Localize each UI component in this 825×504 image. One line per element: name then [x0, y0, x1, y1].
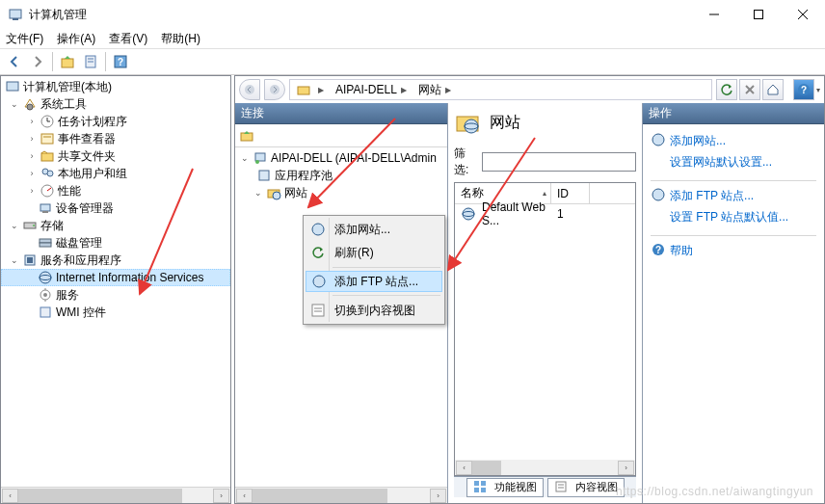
tree-performance[interactable]: ›性能 — [1, 182, 230, 199]
svg-rect-6 — [62, 59, 73, 67]
breadcrumb[interactable]: ▶ AIPAI-DELL▶ 网站▶ — [289, 79, 712, 100]
refresh-nav-button[interactable] — [716, 79, 737, 100]
svg-rect-41 — [298, 87, 309, 94]
tree-event-viewer[interactable]: ›事件查看器 — [1, 130, 230, 147]
svg-rect-0 — [10, 10, 21, 18]
tree-storage[interactable]: ⌄存储 — [1, 217, 230, 234]
list-hscrollbar[interactable]: ‹ › — [454, 460, 636, 476]
action-add-website[interactable]: 添加网站... — [651, 130, 816, 152]
conn-hscrollbar[interactable]: ‹ › — [235, 487, 447, 503]
tree-local-users[interactable]: ›本地用户和组 — [1, 165, 230, 182]
svg-text:?: ? — [655, 245, 661, 255]
sites-list[interactable]: 名称▴ ID Default Web S... 1 — [454, 182, 636, 461]
maximize-button[interactable] — [736, 0, 781, 29]
actions-header: 操作 — [643, 103, 824, 124]
svg-point-39 — [245, 85, 254, 94]
up-button[interactable] — [57, 51, 78, 72]
tree-root[interactable]: 计算机管理(本地) — [1, 78, 230, 95]
svg-rect-61 — [556, 482, 566, 491]
content-icon — [554, 480, 570, 495]
menu-action[interactable]: 操作(A) — [57, 31, 95, 47]
svg-rect-31 — [27, 257, 33, 263]
svg-point-55 — [463, 208, 474, 220]
back-button[interactable] — [4, 51, 25, 72]
tree-iis[interactable]: Internet Information Services — [1, 269, 230, 286]
actions-panel: 操作 添加网站... 设置网站默认设置... 添加 FTP 站点... 设置 F… — [643, 103, 824, 503]
tab-features-view[interactable]: 功能视图 — [466, 478, 544, 497]
ctx-refresh[interactable]: 刷新(R) — [306, 241, 442, 264]
menubar: 文件(F) 操作(A) 查看(V) 帮助(H) — [0, 29, 825, 48]
action-ftp-defaults[interactable]: 设置 FTP 站点默认值... — [651, 207, 816, 231]
svg-rect-38 — [40, 307, 50, 317]
breadcrumb-bar: ▶ AIPAI-DELL▶ 网站▶ ? ▾ — [235, 76, 824, 103]
left-tree[interactable]: 计算机管理(本地) ⌄系统工具 ›任务计划程序 ›事件查看器 ›共享文件夹 ›本… — [1, 76, 230, 487]
window-title: 计算机管理 — [29, 7, 692, 23]
svg-text:?: ? — [801, 85, 807, 95]
ctx-add-ftp-site[interactable]: 添加 FTP 站点... — [306, 271, 442, 292]
toolbar: ? — [0, 48, 825, 75]
ctx-add-website[interactable]: 添加网站... — [306, 218, 442, 241]
conn-server-node[interactable]: ⌄AIPAI-DELL (AIPAI-DELL\Admin — [235, 149, 447, 167]
help-button[interactable]: ? — [110, 51, 131, 72]
svg-rect-28 — [40, 239, 51, 243]
sites-icon — [454, 109, 481, 136]
menu-view[interactable]: 查看(V) — [109, 31, 147, 47]
tree-wmi[interactable]: WMI 控件 — [1, 304, 230, 321]
list-row[interactable]: Default Web S... 1 — [455, 204, 635, 224]
tree-services-apps[interactable]: ⌄服务和应用程序 — [1, 252, 230, 269]
tree-device-manager[interactable]: 设备管理器 — [1, 199, 230, 217]
menu-file[interactable]: 文件(F) — [6, 31, 43, 47]
svg-point-69 — [313, 276, 325, 287]
tree-disk-management[interactable]: 磁盘管理 — [1, 234, 230, 252]
globe-icon — [651, 187, 666, 202]
filter-input[interactable] — [482, 152, 636, 172]
stop-nav-button[interactable] — [739, 79, 760, 100]
help-nav-button[interactable]: ? — [793, 79, 814, 100]
folder-up-icon[interactable] — [239, 128, 254, 144]
svg-rect-3 — [755, 11, 763, 19]
minimize-button[interactable] — [692, 0, 736, 29]
svg-point-53 — [465, 119, 478, 133]
svg-rect-59 — [474, 488, 479, 492]
context-menu: 添加网站... 刷新(R) 添加 FTP 站点... 切换到内容视图 — [303, 215, 445, 325]
tree-task-scheduler[interactable]: ›任务计划程序 — [1, 113, 230, 130]
col-id[interactable]: ID — [551, 183, 590, 203]
action-add-ftp-site[interactable]: 添加 FTP 站点... — [651, 185, 816, 207]
svg-text:?: ? — [118, 57, 123, 67]
nav-back-button[interactable] — [239, 79, 260, 100]
svg-point-35 — [43, 293, 47, 297]
tab-content-view[interactable]: 内容视图 — [547, 478, 625, 497]
nav-forward-button[interactable] — [264, 79, 285, 100]
close-button[interactable] — [781, 0, 825, 29]
help-icon: ? — [651, 242, 666, 257]
svg-point-65 — [652, 189, 664, 200]
ctx-switch-view[interactable]: 切换到内容视图 — [306, 299, 442, 322]
filter-label: 筛选: — [454, 146, 478, 178]
svg-point-40 — [270, 85, 279, 94]
globe-icon — [651, 132, 666, 147]
svg-point-51 — [273, 192, 280, 199]
home-nav-button[interactable] — [762, 79, 784, 100]
svg-rect-17 — [41, 134, 53, 144]
action-help[interactable]: ?帮助 — [651, 240, 816, 262]
svg-point-13 — [27, 104, 33, 110]
left-hscrollbar[interactable]: ‹ › — [1, 487, 230, 503]
col-name[interactable]: 名称▴ — [455, 183, 551, 203]
tree-services[interactable]: 服务 — [1, 286, 230, 304]
forward-button[interactable] — [27, 51, 48, 72]
tree-shared-folders[interactable]: ›共享文件夹 — [1, 147, 230, 165]
conn-app-pools[interactable]: 应用程序池 — [235, 167, 447, 184]
conn-sites[interactable]: ⌄网站 — [235, 184, 447, 201]
svg-rect-60 — [481, 488, 486, 492]
tree-system-tools[interactable]: ⌄系统工具 — [1, 95, 230, 113]
svg-rect-57 — [474, 481, 479, 486]
svg-rect-12 — [7, 82, 18, 91]
action-site-defaults[interactable]: 设置网站默认设置... — [651, 152, 816, 176]
svg-rect-25 — [42, 211, 48, 213]
titlebar: 计算机管理 — [0, 0, 825, 29]
svg-rect-58 — [481, 481, 486, 486]
svg-point-32 — [40, 272, 51, 283]
properties-button[interactable] — [80, 51, 101, 72]
menu-help[interactable]: 帮助(H) — [161, 31, 200, 47]
content-title: 网站 — [490, 113, 520, 133]
